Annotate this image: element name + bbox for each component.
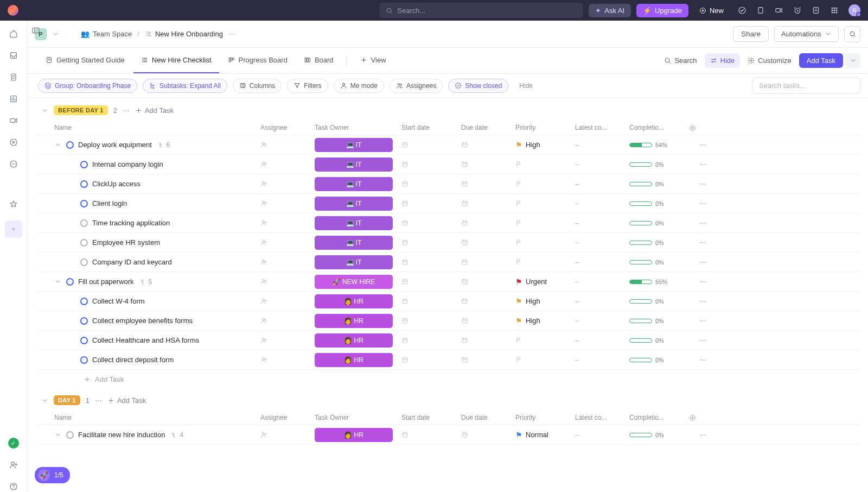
start-date-cell[interactable] [401,278,461,285]
due-date-cell[interactable] [461,278,515,285]
note-icon[interactable] [812,6,820,15]
latest-comment-cell[interactable]: – [575,431,629,439]
subtask-count[interactable]: 6 [158,141,170,149]
row-menu-button[interactable]: ⋯ [689,160,716,168]
row-menu-button[interactable]: ⋯ [689,356,716,364]
start-date-cell[interactable] [401,317,461,324]
latest-comment-cell[interactable]: – [575,141,629,149]
assignee-add[interactable] [260,356,315,363]
completion-cell[interactable]: 0% [629,181,689,187]
latest-comment-cell[interactable]: – [575,277,629,286]
row-menu-button[interactable]: ⋯ [689,180,716,188]
assignee-add[interactable] [260,200,315,207]
completion-cell[interactable]: 0% [629,239,689,246]
inbox-icon[interactable] [8,50,19,61]
group-add-task[interactable]: Add Task [135,106,174,115]
completion-cell[interactable]: 0% [629,337,689,344]
start-date-cell[interactable] [401,219,461,226]
timesheets-icon[interactable] [8,137,19,148]
add-task-primary-button[interactable]: Add Task [799,53,843,68]
row-menu-button[interactable]: ⋯ [689,219,716,227]
assignee-add[interactable] [260,278,315,285]
column-header[interactable]: Latest co... [575,124,629,131]
assignee-add[interactable] [260,180,315,187]
tab-board[interactable]: Board [296,48,341,73]
due-date-cell[interactable] [461,141,515,148]
start-date-cell[interactable] [401,258,461,266]
priority-cell[interactable]: ⚑Urgent [515,277,575,286]
column-header[interactable]: Name [54,414,260,421]
expand-toggle[interactable] [54,278,62,285]
invite-icon[interactable] [8,459,19,470]
column-header[interactable]: Assignee [260,414,315,421]
chevron-down-icon[interactable] [52,30,59,37]
task-row[interactable]: Collect W-4 form 👩 HR ⚑High – 0% ⋯ [38,292,860,311]
global-search[interactable]: Search... [379,3,583,18]
group-collapse-toggle[interactable] [41,107,48,114]
priority-cell[interactable] [515,200,575,207]
clips-icon[interactable] [8,115,19,126]
add-task-menu-button[interactable] [845,53,860,68]
status-icon[interactable] [80,317,88,325]
apps-icon[interactable] [830,6,839,15]
due-date-cell[interactable] [461,161,515,168]
row-menu-button[interactable]: ⋯ [689,317,716,325]
due-date-cell[interactable] [461,337,515,344]
alarm-icon[interactable] [793,6,802,15]
column-header[interactable]: Due date [461,414,515,421]
due-date-cell[interactable] [461,239,515,246]
column-header[interactable]: Start date [401,124,461,131]
new-button[interactable]: New [694,4,729,17]
automations-button[interactable]: Automations [774,26,839,42]
start-date-cell[interactable] [401,298,461,305]
spaces-icon[interactable] [5,220,22,238]
group-add-task[interactable]: Add Task [107,396,146,405]
priority-cell[interactable] [515,161,575,168]
priority-cell[interactable] [515,239,575,246]
assignee-add[interactable] [260,431,315,438]
share-button[interactable]: Share [733,26,769,42]
assignees-chip[interactable]: Assignees [390,79,443,93]
start-date-cell[interactable] [401,141,461,148]
task-row[interactable]: Collect direct deposit form 👩 HR – 0% ⋯ [38,350,860,370]
start-date-cell[interactable] [401,180,461,187]
column-header[interactable]: Start date [401,414,461,421]
priority-cell[interactable]: ⚑High [515,141,575,149]
latest-comment-cell[interactable]: – [575,297,629,305]
task-row[interactable]: Company ID and keycard 💻 IT – 0% ⋯ [38,253,860,272]
status-icon[interactable] [66,141,74,149]
status-icon[interactable] [66,278,74,286]
column-header[interactable]: Due date [461,124,515,131]
completion-cell[interactable]: 0% [629,200,689,207]
priority-cell[interactable]: ⚑Normal [515,431,575,439]
row-menu-button[interactable]: ⋯ [689,431,716,439]
priority-cell[interactable] [515,337,575,344]
column-header[interactable]: Task Owner [315,414,401,421]
status-icon[interactable] [80,337,88,344]
me-mode-chip[interactable]: Me mode [334,79,384,93]
completion-cell[interactable]: 54% [629,142,689,148]
start-date-cell[interactable] [401,239,461,246]
start-date-cell[interactable] [401,200,461,207]
search-tasks-input[interactable] [752,78,860,94]
completion-cell[interactable]: 0% [629,220,689,226]
dashboards-icon[interactable] [8,93,19,104]
status-icon[interactable] [80,298,88,305]
task-row[interactable]: Facilitate new hire induction 4 👩 HR ⚑No… [38,425,860,445]
sidebar-toggle-icon[interactable] [31,26,40,35]
status-icon[interactable] [80,180,88,188]
show-closed-chip[interactable]: Show closed [448,79,508,93]
due-date-cell[interactable] [461,356,515,363]
task-owner-pill[interactable]: 👩 HR [315,294,393,308]
row-menu-button[interactable]: ⋯ [689,258,716,266]
view-search-button[interactable]: Search [659,53,702,68]
task-owner-pill[interactable]: 👩 HR [315,428,393,442]
task-row[interactable]: Collect Healthcare and HSA forms 👩 HR – … [38,331,860,350]
column-header[interactable]: Latest co... [575,414,629,421]
assignee-add[interactable] [260,141,315,148]
subtasks-chip[interactable]: Subtasks: Expand All [143,79,227,93]
task-owner-pill[interactable]: 💻 IT [315,216,393,230]
check-circle-icon[interactable] [738,6,746,15]
latest-comment-cell[interactable]: – [575,180,629,188]
subtask-count[interactable]: 5 [141,278,152,286]
